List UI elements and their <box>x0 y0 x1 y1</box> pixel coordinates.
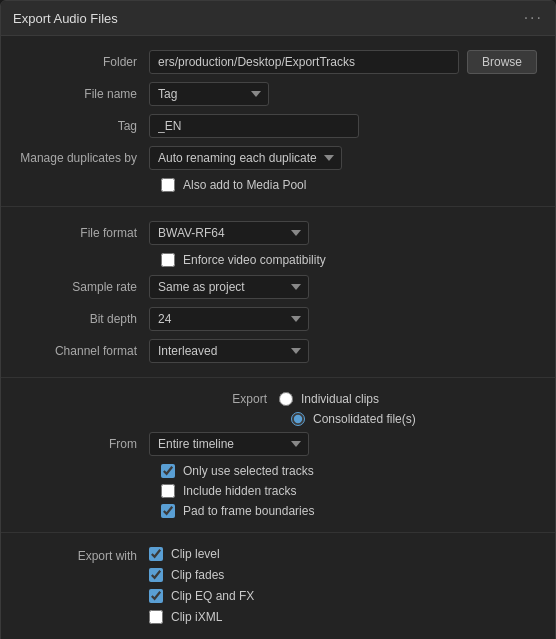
include-hidden-label: Include hidden tracks <box>183 484 296 498</box>
channel-format-row: Channel format Interleaved <box>19 339 537 363</box>
clip-fades-row: Clip fades <box>149 568 254 582</box>
clip-ixml-row: Clip iXML <box>149 610 254 624</box>
bit-depth-row: Bit depth 24 <box>19 307 537 331</box>
export-label: Export <box>161 392 279 406</box>
window-menu-dots[interactable]: ··· <box>524 9 543 27</box>
clip-eq-label: Clip EQ and FX <box>171 589 254 603</box>
file-format-row: File format BWAV-RF64 <box>19 221 537 245</box>
file-format-dropdown[interactable]: BWAV-RF64 <box>149 221 309 245</box>
enforce-video-row: Enforce video compatibility <box>19 253 537 267</box>
channel-format-dropdown[interactable]: Interleaved <box>149 339 309 363</box>
individual-clips-label: Individual clips <box>301 392 379 406</box>
from-dropdown[interactable]: Entire timeline <box>149 432 309 456</box>
bit-depth-dropdown[interactable]: 24 <box>149 307 309 331</box>
sample-rate-label: Sample rate <box>19 280 149 294</box>
enforce-video-checkbox[interactable] <box>161 253 175 267</box>
filename-dropdown[interactable]: Tag <box>149 82 269 106</box>
channel-format-label: Channel format <box>19 344 149 358</box>
tag-input[interactable] <box>149 114 359 138</box>
clip-fades-label: Clip fades <box>171 568 224 582</box>
only-selected-checkbox[interactable] <box>161 464 175 478</box>
sample-rate-dropdown[interactable]: Same as project <box>149 275 309 299</box>
clip-level-checkbox[interactable] <box>149 547 163 561</box>
also-add-label: Also add to Media Pool <box>183 178 306 192</box>
clip-eq-checkbox[interactable] <box>149 589 163 603</box>
clip-level-label: Clip level <box>171 547 220 561</box>
folder-row: Folder Browse <box>19 50 537 74</box>
manage-duplicates-row: Manage duplicates by Auto renaming each … <box>19 146 537 170</box>
window-title: Export Audio Files <box>13 11 118 26</box>
pad-to-frame-checkbox[interactable] <box>161 504 175 518</box>
audio-format-section: File format BWAV-RF64 Enforce video comp… <box>1 207 555 378</box>
file-settings-section: Folder Browse File name Tag Tag Manage d… <box>1 36 555 207</box>
browse-button[interactable]: Browse <box>467 50 537 74</box>
folder-input[interactable] <box>149 50 459 74</box>
only-selected-label: Only use selected tracks <box>183 464 314 478</box>
from-row: From Entire timeline <box>19 432 537 456</box>
also-add-row: Also add to Media Pool <box>19 178 537 192</box>
clip-fades-checkbox[interactable] <box>149 568 163 582</box>
manage-duplicates-dropdown[interactable]: Auto renaming each duplicate <box>149 146 342 170</box>
tag-label: Tag <box>19 119 149 133</box>
bit-depth-label: Bit depth <box>19 312 149 326</box>
tag-row: Tag <box>19 114 537 138</box>
filename-label: File name <box>19 87 149 101</box>
title-bar: Export Audio Files ··· <box>1 1 555 36</box>
include-hidden-row: Include hidden tracks <box>19 484 537 498</box>
filename-row: File name Tag <box>19 82 537 106</box>
clip-ixml-checkbox[interactable] <box>149 610 163 624</box>
export-with-section: Export with Clip level Clip fades Clip E… <box>1 533 555 639</box>
export-label-row: Export Individual clips <box>19 392 537 406</box>
enforce-video-label: Enforce video compatibility <box>183 253 326 267</box>
manage-duplicates-label: Manage duplicates by <box>19 151 149 165</box>
also-add-checkbox[interactable] <box>161 178 175 192</box>
consolidated-radio[interactable] <box>291 412 305 426</box>
export-section: Export Individual clips Consolidated fil… <box>1 378 555 533</box>
export-audio-files-window: Export Audio Files ··· Folder Browse Fil… <box>0 0 556 639</box>
file-format-label: File format <box>19 226 149 240</box>
from-label: From <box>19 437 149 451</box>
consolidated-row: Consolidated file(s) <box>19 412 537 426</box>
clip-eq-row: Clip EQ and FX <box>149 589 254 603</box>
consolidated-label: Consolidated file(s) <box>313 412 416 426</box>
individual-clips-radio[interactable] <box>279 392 293 406</box>
only-selected-row: Only use selected tracks <box>19 464 537 478</box>
pad-to-frame-label: Pad to frame boundaries <box>183 504 314 518</box>
folder-label: Folder <box>19 55 149 69</box>
export-with-checks: Clip level Clip fades Clip EQ and FX Cli… <box>149 547 254 624</box>
clip-level-row: Clip level <box>149 547 254 561</box>
pad-to-frame-row: Pad to frame boundaries <box>19 504 537 518</box>
include-hidden-checkbox[interactable] <box>161 484 175 498</box>
sample-rate-row: Sample rate Same as project <box>19 275 537 299</box>
clip-ixml-label: Clip iXML <box>171 610 222 624</box>
export-with-label: Export with <box>19 547 149 563</box>
export-with-header: Export with Clip level Clip fades Clip E… <box>19 547 537 624</box>
